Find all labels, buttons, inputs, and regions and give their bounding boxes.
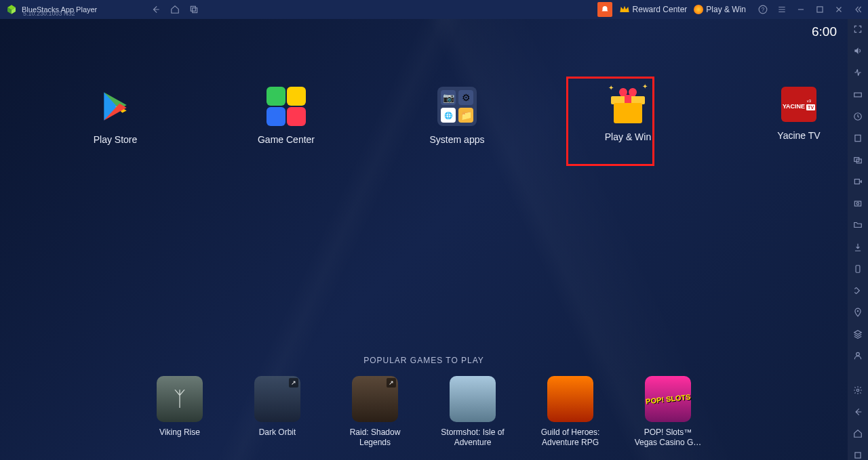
svg-rect-0 <box>191 6 196 11</box>
home-icon[interactable] <box>170 5 180 14</box>
app-play-and-win[interactable]: ✦ ✦ Play & Win <box>580 87 675 145</box>
location-icon[interactable] <box>852 308 863 317</box>
svg-rect-10 <box>854 180 859 184</box>
play-win-label: Play & Win <box>706 5 746 14</box>
game-thumbnail: POP! SLOTS <box>645 376 691 422</box>
play-store-icon <box>96 87 135 126</box>
multi-instance-icon[interactable] <box>852 155 863 165</box>
game-thumbnail: ↗ <box>254 376 300 422</box>
game-thumbnail: ↗ <box>352 376 398 422</box>
shake-icon[interactable] <box>852 286 863 295</box>
popular-game-guild[interactable]: Guild of Heroes: Adventure RPG <box>536 376 604 448</box>
svg-rect-13 <box>856 266 860 273</box>
settings-icon[interactable] <box>852 385 863 395</box>
game-center-icon <box>267 87 306 126</box>
minimize-icon[interactable] <box>796 5 806 14</box>
game-label: Dark Orbit <box>259 427 296 438</box>
game-label: Guild of Heroes: Adventure RPG <box>536 427 604 448</box>
app-label: Yacine TV <box>777 130 820 141</box>
home-screen: 6:00 Play Store Game Center 📷⚙🌐📁 System … <box>0 19 848 460</box>
app-version: 5.10.230.1003 N32 <box>23 10 75 17</box>
keyboard-icon[interactable] <box>852 89 863 99</box>
toolbar-home-icon[interactable] <box>852 429 863 438</box>
svg-text:?: ? <box>762 7 765 13</box>
app-yacine-tv[interactable]: v3 YACINE TV Yacine TV <box>751 87 846 145</box>
collapse-panel-icon[interactable] <box>853 5 863 14</box>
bluestacks-logo-icon <box>5 3 18 16</box>
lock-cursor-icon[interactable] <box>852 68 863 77</box>
help-icon[interactable]: ? <box>758 5 768 14</box>
external-link-icon: ↗ <box>289 378 298 388</box>
popular-games-section: POPULAR GAMES TO PLAY ᛉ Viking Rise ↗ Da… <box>0 356 848 448</box>
maximize-icon[interactable] <box>815 5 825 14</box>
svg-rect-5 <box>854 93 862 97</box>
popular-game-dark-orbit[interactable]: ↗ Dark Orbit <box>243 376 311 448</box>
system-apps-icon: 📷⚙🌐📁 <box>437 87 477 126</box>
reward-center-button[interactable]: Reward Center <box>619 5 688 14</box>
recents-icon[interactable] <box>189 5 199 14</box>
menu-icon[interactable] <box>777 5 787 14</box>
layers-icon[interactable] <box>852 329 863 339</box>
svg-rect-4 <box>817 7 823 12</box>
rotate-icon[interactable] <box>852 264 863 274</box>
popular-game-stormshot[interactable]: Stormshot: Isle of Adventure <box>439 376 507 448</box>
accounts-icon[interactable] <box>852 351 863 360</box>
svg-point-12 <box>856 203 859 205</box>
external-link-icon: ↗ <box>387 378 396 388</box>
app-game-center[interactable]: Game Center <box>239 87 334 145</box>
game-thumbnail: ᛉ <box>157 376 203 422</box>
app-grid: Play Store Game Center 📷⚙🌐📁 System apps … <box>68 87 846 145</box>
close-icon[interactable] <box>834 5 844 14</box>
install-apk-icon[interactable] <box>852 243 863 252</box>
reward-center-label: Reward Center <box>633 5 688 14</box>
notification-badge[interactable] <box>597 2 612 17</box>
record-icon[interactable] <box>852 177 863 186</box>
app-label: Play Store <box>94 134 138 145</box>
gift-icon: ✦ ✦ <box>610 87 646 123</box>
crown-icon <box>619 5 630 14</box>
svg-point-14 <box>857 310 859 312</box>
popular-title: POPULAR GAMES TO PLAY <box>0 356 848 365</box>
coin-icon <box>694 5 703 14</box>
svg-point-16 <box>856 389 859 392</box>
popular-game-viking-rise[interactable]: ᛉ Viking Rise <box>146 376 214 448</box>
titlebar: BlueStacks App Player 5.10.230.1003 N32 … <box>0 0 868 19</box>
svg-point-15 <box>856 353 860 356</box>
toolbar-recents-icon[interactable] <box>852 451 863 460</box>
yacine-tv-icon: v3 YACINE TV <box>781 87 816 122</box>
macro-icon[interactable] <box>852 133 863 143</box>
svg-rect-17 <box>855 453 861 458</box>
svg-rect-11 <box>854 201 861 206</box>
game-label: Raid: Shadow Legends <box>341 427 409 448</box>
app-play-store[interactable]: Play Store <box>68 87 163 145</box>
app-system-apps[interactable]: 📷⚙🌐📁 System apps <box>410 87 505 145</box>
popular-game-pop-slots[interactable]: POP! SLOTS POP! Slots™ Vegas Casino G… <box>634 376 702 448</box>
svg-rect-1 <box>193 8 197 13</box>
toolbar-back-icon[interactable] <box>852 407 863 417</box>
svg-rect-7 <box>855 135 861 141</box>
game-label: POP! Slots™ Vegas Casino G… <box>634 427 702 448</box>
back-icon[interactable] <box>151 5 161 14</box>
volume-icon[interactable] <box>852 46 863 56</box>
app-label: Game Center <box>258 134 315 145</box>
app-label: Play & Win <box>605 131 651 142</box>
game-label: Viking Rise <box>159 427 200 438</box>
screenshot-icon[interactable] <box>852 198 863 208</box>
clock: 6:00 <box>812 24 837 39</box>
media-folder-icon[interactable] <box>852 220 863 230</box>
sync-icon[interactable] <box>852 112 863 121</box>
side-toolbar <box>848 19 868 460</box>
app-label: System apps <box>430 134 485 145</box>
game-thumbnail <box>547 376 593 422</box>
popular-game-raid[interactable]: ↗ Raid: Shadow Legends <box>341 376 409 448</box>
game-thumbnail <box>450 376 496 422</box>
game-label: Stormshot: Isle of Adventure <box>439 427 507 448</box>
play-win-button[interactable]: Play & Win <box>694 5 746 14</box>
fullscreen-icon[interactable] <box>852 24 863 34</box>
